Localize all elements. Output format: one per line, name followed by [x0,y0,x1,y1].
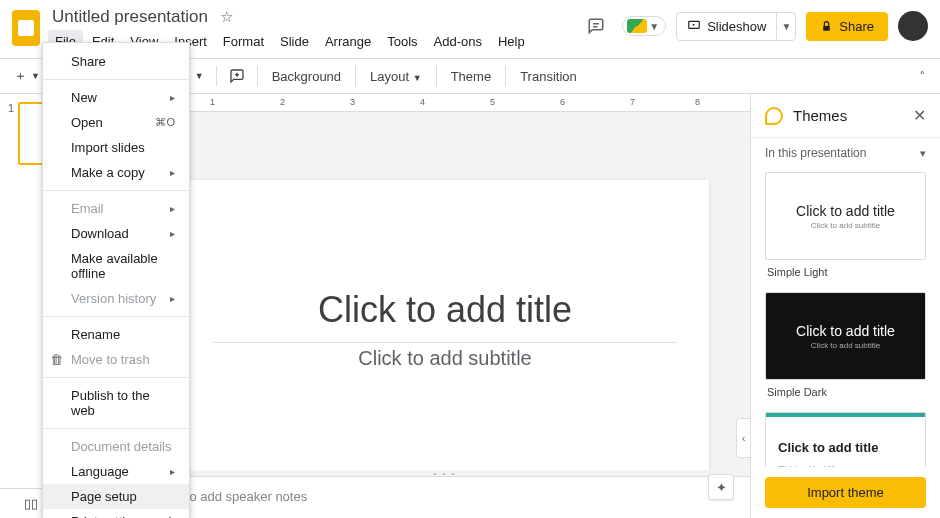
theme-name: Simple Light [765,260,926,288]
file-menu: Share New▸ Open⌘O Import slides Make a c… [42,42,190,518]
menu-item-download[interactable]: Download▸ [43,221,189,246]
new-slide-button[interactable]: ＋▼ [8,63,46,89]
present-icon [687,19,701,33]
lock-icon [820,20,833,33]
comments-icon[interactable] [580,10,612,42]
account-avatar[interactable] [898,11,928,41]
slideshow-dropdown[interactable]: ▼ [776,13,795,40]
meet-icon [627,19,647,33]
background-button[interactable]: Background [264,65,349,88]
chevron-down-icon[interactable]: ▾ [920,147,926,160]
explore-button[interactable]: ✦ [708,474,734,500]
menu-item-move-trash: 🗑Move to trash [43,347,189,372]
menu-format[interactable]: Format [216,30,271,53]
menu-addons[interactable]: Add-ons [427,30,489,53]
menu-item-version-history: Version history▸ [43,286,189,311]
svg-marker-3 [693,24,695,26]
speaker-notes[interactable]: Click to add speaker notes [140,476,750,518]
theme-card-simple-light[interactable]: Click to add titleClick to add subtitle … [765,172,926,288]
themes-title: Themes [793,107,847,124]
menu-item-offline[interactable]: Make available offline [43,246,189,286]
share-button[interactable]: Share [806,12,888,41]
menu-item-new[interactable]: New▸ [43,85,189,110]
import-theme-button[interactable]: Import theme [765,477,926,508]
menu-item-doc-details: Document details [43,434,189,459]
doc-title[interactable]: Untitled presentation [48,6,212,28]
menu-arrange[interactable]: Arrange [318,30,378,53]
trash-icon: 🗑 [50,352,63,367]
menu-item-language[interactable]: Language▸ [43,459,189,484]
meet-button[interactable]: ▼ [622,16,666,36]
menu-item-open[interactable]: Open⌘O [43,110,189,135]
collapse-themes-icon[interactable]: ‹ [736,418,750,458]
theme-card-streamline[interactable]: Click to add titleClick to add subtitle … [765,412,926,467]
theme-name: Simple Dark [765,380,926,408]
close-icon[interactable]: ✕ [913,106,926,125]
palette-icon [765,107,783,125]
menu-item-share[interactable]: Share [43,49,189,74]
collapse-toolbar-icon[interactable]: ˄ [913,69,932,84]
svg-rect-4 [824,25,831,30]
filmstrip-view-icon[interactable]: ▯▯ [24,496,38,511]
menu-item-rename[interactable]: Rename [43,322,189,347]
comment-add-icon[interactable] [223,64,251,88]
menu-tools[interactable]: Tools [380,30,424,53]
layout-button[interactable]: Layout ▼ [362,65,430,88]
menu-item-print-settings[interactable]: Print settings and preview [43,509,189,518]
menu-help[interactable]: Help [491,30,532,53]
slideshow-button[interactable]: Slideshow [677,13,776,40]
menu-slide[interactable]: Slide [273,30,316,53]
layout-label: Layout [370,69,409,84]
transition-button[interactable]: Transition [512,65,585,88]
menu-item-email: Email▸ [43,196,189,221]
theme-button[interactable]: Theme [443,65,499,88]
slide-canvas[interactable]: Click to add title Click to add subtitle [181,180,709,470]
theme-card-simple-dark[interactable]: Click to add titleClick to add subtitle … [765,292,926,408]
menu-item-import-slides[interactable]: Import slides [43,135,189,160]
menu-item-page-setup[interactable]: Page setup [43,484,189,509]
ruler-horizontal: 1 2 3 4 5 6 7 8 [140,94,750,112]
share-label: Share [839,19,874,34]
menu-item-publish[interactable]: Publish to the web [43,383,189,423]
menu-item-make-copy[interactable]: Make a copy▸ [43,160,189,185]
slide-title-placeholder[interactable]: Click to add title [213,282,678,338]
slideshow-label: Slideshow [707,19,766,34]
slides-logo[interactable] [12,10,40,46]
thumb-number: 1 [8,102,14,165]
themes-section-label: In this presentation [765,146,866,160]
slide-subtitle-placeholder[interactable]: Click to add subtitle [213,342,678,374]
chevron-down-icon: ▼ [649,21,659,32]
star-icon[interactable]: ☆ [220,8,233,26]
